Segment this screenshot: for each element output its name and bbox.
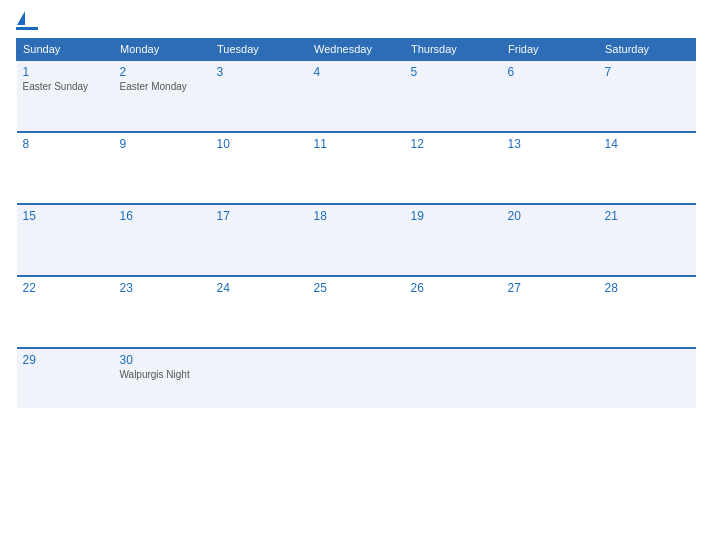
day-event: Easter Sunday bbox=[23, 81, 108, 92]
day-number: 25 bbox=[314, 281, 399, 295]
day-header-wednesday: Wednesday bbox=[308, 39, 405, 61]
calendar-cell: 2Easter Monday bbox=[114, 60, 211, 132]
day-number: 15 bbox=[23, 209, 108, 223]
logo-underline bbox=[16, 27, 38, 30]
calendar-cell bbox=[502, 348, 599, 408]
logo bbox=[16, 12, 38, 30]
day-number: 18 bbox=[314, 209, 399, 223]
logo-triangle-icon bbox=[17, 11, 25, 25]
calendar-cell bbox=[308, 348, 405, 408]
week-row-1: 1Easter Sunday2Easter Monday34567 bbox=[17, 60, 696, 132]
calendar-cell: 14 bbox=[599, 132, 696, 204]
calendar-page: SundayMondayTuesdayWednesdayThursdayFrid… bbox=[0, 0, 712, 550]
calendar-cell: 23 bbox=[114, 276, 211, 348]
calendar-cell: 13 bbox=[502, 132, 599, 204]
calendar-cell: 26 bbox=[405, 276, 502, 348]
day-number: 30 bbox=[120, 353, 205, 367]
day-number: 21 bbox=[605, 209, 690, 223]
day-header-tuesday: Tuesday bbox=[211, 39, 308, 61]
day-number: 7 bbox=[605, 65, 690, 79]
day-header-sunday: Sunday bbox=[17, 39, 114, 61]
calendar-cell: 8 bbox=[17, 132, 114, 204]
day-event: Walpurgis Night bbox=[120, 369, 205, 380]
calendar-cell: 10 bbox=[211, 132, 308, 204]
day-number: 1 bbox=[23, 65, 108, 79]
day-number: 16 bbox=[120, 209, 205, 223]
day-number: 14 bbox=[605, 137, 690, 151]
day-number: 8 bbox=[23, 137, 108, 151]
day-number: 23 bbox=[120, 281, 205, 295]
header bbox=[16, 12, 696, 30]
calendar-cell: 28 bbox=[599, 276, 696, 348]
calendar-cell: 15 bbox=[17, 204, 114, 276]
days-of-week-row: SundayMondayTuesdayWednesdayThursdayFrid… bbox=[17, 39, 696, 61]
week-row-2: 891011121314 bbox=[17, 132, 696, 204]
calendar-cell: 21 bbox=[599, 204, 696, 276]
calendar-cell: 12 bbox=[405, 132, 502, 204]
day-header-friday: Friday bbox=[502, 39, 599, 61]
day-number: 6 bbox=[508, 65, 593, 79]
calendar-table: SundayMondayTuesdayWednesdayThursdayFrid… bbox=[16, 38, 696, 408]
day-number: 13 bbox=[508, 137, 593, 151]
calendar-cell: 22 bbox=[17, 276, 114, 348]
calendar-cell: 3 bbox=[211, 60, 308, 132]
day-number: 4 bbox=[314, 65, 399, 79]
calendar-cell bbox=[599, 348, 696, 408]
day-number: 12 bbox=[411, 137, 496, 151]
day-number: 17 bbox=[217, 209, 302, 223]
calendar-cell: 24 bbox=[211, 276, 308, 348]
day-number: 11 bbox=[314, 137, 399, 151]
calendar-cell: 27 bbox=[502, 276, 599, 348]
calendar-body: 1Easter Sunday2Easter Monday345678910111… bbox=[17, 60, 696, 408]
day-number: 20 bbox=[508, 209, 593, 223]
calendar-cell: 17 bbox=[211, 204, 308, 276]
calendar-cell: 1Easter Sunday bbox=[17, 60, 114, 132]
day-number: 2 bbox=[120, 65, 205, 79]
calendar-cell: 18 bbox=[308, 204, 405, 276]
day-number: 26 bbox=[411, 281, 496, 295]
day-number: 9 bbox=[120, 137, 205, 151]
day-number: 3 bbox=[217, 65, 302, 79]
calendar-cell: 20 bbox=[502, 204, 599, 276]
calendar-cell: 9 bbox=[114, 132, 211, 204]
calendar-cell bbox=[405, 348, 502, 408]
calendar-cell: 16 bbox=[114, 204, 211, 276]
day-header-saturday: Saturday bbox=[599, 39, 696, 61]
day-number: 29 bbox=[23, 353, 108, 367]
week-row-5: 2930Walpurgis Night bbox=[17, 348, 696, 408]
calendar-cell: 11 bbox=[308, 132, 405, 204]
day-event: Easter Monday bbox=[120, 81, 205, 92]
day-header-thursday: Thursday bbox=[405, 39, 502, 61]
day-number: 27 bbox=[508, 281, 593, 295]
day-number: 19 bbox=[411, 209, 496, 223]
calendar-cell bbox=[211, 348, 308, 408]
day-header-monday: Monday bbox=[114, 39, 211, 61]
week-row-4: 22232425262728 bbox=[17, 276, 696, 348]
day-number: 22 bbox=[23, 281, 108, 295]
day-number: 5 bbox=[411, 65, 496, 79]
calendar-cell: 29 bbox=[17, 348, 114, 408]
calendar-cell: 19 bbox=[405, 204, 502, 276]
calendar-cell: 25 bbox=[308, 276, 405, 348]
day-number: 28 bbox=[605, 281, 690, 295]
calendar-cell: 6 bbox=[502, 60, 599, 132]
logo-bottom-row bbox=[16, 25, 38, 30]
calendar-cell: 5 bbox=[405, 60, 502, 132]
calendar-cell: 7 bbox=[599, 60, 696, 132]
logo-top-row bbox=[16, 12, 25, 25]
day-number: 24 bbox=[217, 281, 302, 295]
calendar-header: SundayMondayTuesdayWednesdayThursdayFrid… bbox=[17, 39, 696, 61]
week-row-3: 15161718192021 bbox=[17, 204, 696, 276]
calendar-cell: 4 bbox=[308, 60, 405, 132]
day-number: 10 bbox=[217, 137, 302, 151]
logo-block bbox=[16, 12, 38, 30]
calendar-cell: 30Walpurgis Night bbox=[114, 348, 211, 408]
